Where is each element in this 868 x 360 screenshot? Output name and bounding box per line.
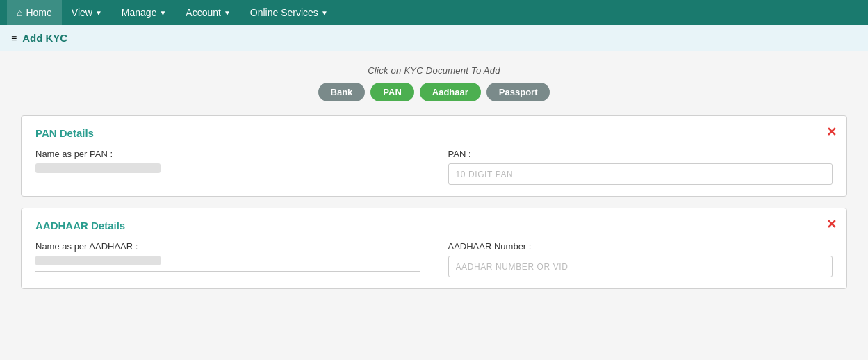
pan-name-value-container: [35, 163, 420, 179]
nav-view-label: View: [72, 7, 92, 18]
pan-close-button[interactable]: ✕: [826, 124, 837, 140]
nav-online-services-arrow: ▼: [321, 9, 328, 17]
pan-name-label: Name as per PAN :: [35, 149, 420, 159]
navbar: ⌂ Home View ▼ Manage ▼ Account ▼ Online …: [0, 0, 868, 25]
page-title: Add KYC: [22, 32, 67, 44]
aadhaar-close-button[interactable]: ✕: [826, 217, 837, 232]
aadhaar-name-value-blur: [35, 256, 161, 265]
aadhaar-number-label: AADHAAR Number :: [448, 241, 833, 252]
doc-btn-bank[interactable]: Bank: [318, 83, 366, 101]
nav-online-services-label: Online Services: [250, 7, 318, 18]
nav-account-label: Account: [186, 7, 221, 18]
aadhaar-details-card: AADHAAR Details ✕ Name as per AADHAAR : …: [21, 208, 847, 289]
aadhaar-number-field-group: AADHAAR Number :: [448, 241, 833, 277]
nav-account-arrow: ▼: [224, 9, 231, 17]
main-content: Click on KYC Document To Add Bank PAN Aa…: [0, 51, 868, 359]
pan-number-label: PAN :: [448, 149, 833, 159]
nav-home[interactable]: ⌂ Home: [7, 0, 62, 25]
pan-card-fields: Name as per PAN : PAN :: [35, 149, 833, 185]
nav-view-arrow: ▼: [95, 9, 102, 17]
nav-manage-label: Manage: [122, 7, 157, 18]
pan-details-card: PAN Details ✕ Name as per PAN : PAN :: [21, 115, 847, 197]
pan-name-value-blur: [35, 163, 161, 173]
nav-view[interactable]: View ▼: [62, 0, 112, 25]
pan-number-input[interactable]: [448, 163, 833, 185]
nav-online-services[interactable]: Online Services ▼: [240, 0, 338, 25]
aadhaar-name-label: Name as per AADHAAR :: [35, 241, 420, 252]
pan-name-field-group: Name as per PAN :: [35, 149, 420, 179]
doc-buttons: Bank PAN Aadhaar Passport: [21, 83, 847, 101]
pan-number-field-group: PAN :: [448, 149, 833, 185]
nav-manage[interactable]: Manage ▼: [112, 0, 177, 25]
nav-manage-arrow: ▼: [159, 9, 166, 17]
sub-header: ≡ Add KYC: [0, 25, 868, 51]
doc-btn-aadhaar[interactable]: Aadhaar: [420, 83, 481, 101]
nav-account[interactable]: Account ▼: [176, 0, 240, 25]
aadhaar-name-field-group: Name as per AADHAAR :: [35, 241, 420, 272]
doc-btn-passport[interactable]: Passport: [486, 83, 550, 101]
aadhaar-name-value-container: [35, 256, 420, 272]
home-icon: ⌂: [17, 7, 22, 18]
doc-selector: Click on KYC Document To Add Bank PAN Aa…: [21, 65, 847, 101]
aadhaar-number-input[interactable]: [448, 256, 833, 277]
doc-btn-pan[interactable]: PAN: [370, 83, 413, 101]
doc-instruction: Click on KYC Document To Add: [21, 65, 847, 76]
aadhaar-card-title: AADHAAR Details: [35, 220, 833, 231]
nav-home-label: Home: [26, 7, 51, 18]
pan-card-title: PAN Details: [35, 127, 833, 139]
aadhaar-card-fields: Name as per AADHAAR : AADHAAR Number :: [35, 241, 833, 277]
menu-icon: ≡: [11, 33, 17, 44]
